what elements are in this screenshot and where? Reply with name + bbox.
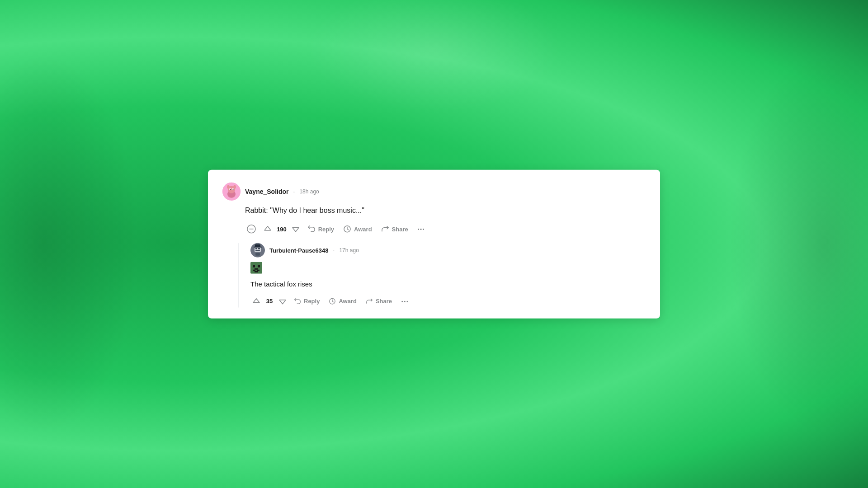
avatar [222,183,241,201]
reply-separator: · [333,247,335,254]
award-button[interactable]: Award [340,222,376,236]
reply-reply-button[interactable]: Reply [290,295,323,307]
reply-vote-section: 35 [250,295,288,307]
comment-timestamp: 18h ago [299,188,319,195]
thread-line [238,243,239,308]
separator: · [293,188,295,195]
svg-rect-21 [253,265,255,267]
downvote-icon [291,225,300,234]
svg-rect-24 [253,270,255,271]
reply-action-bar: 35 Reply [250,295,646,307]
share-button[interactable]: Share [377,222,412,236]
svg-rect-23 [255,268,258,270]
comment-text: Rabbit: "Why do I hear boss music..." [245,205,646,216]
reply-more-options-button[interactable]: ··· [397,295,412,307]
share-icon [381,225,389,233]
svg-point-7 [230,189,231,190]
reply-award-button[interactable]: Award [325,295,360,307]
svg-point-8 [233,189,234,190]
vote-section: 190 [261,223,302,235]
svg-rect-16 [255,250,260,251]
svg-rect-25 [257,270,259,271]
svg-point-4 [233,185,236,189]
reply-thread: Turbulent-Pause6348 · 17h ago [222,243,646,308]
reply-emoji-container [250,262,646,276]
award-icon [343,225,351,233]
svg-rect-22 [258,265,260,267]
comment-action-bar: 190 Reply [245,222,646,236]
upvote-icon [263,225,272,234]
creeper-emoji [250,262,262,274]
svg-rect-15 [258,248,260,249]
upvote-button[interactable] [261,223,274,235]
reply-author[interactable]: Turbulent-Pause6348 [269,247,329,253]
downvote-button[interactable] [289,223,302,235]
reply-header: Turbulent-Pause6348 · 17h ago [250,243,646,258]
svg-rect-17 [255,253,260,256]
comment-body: Rabbit: "Why do I hear boss music..." [245,205,646,236]
reply-upvote-button[interactable] [250,295,262,307]
vote-count: 190 [277,225,287,232]
thread-line-wrapper [222,243,245,308]
svg-rect-14 [255,248,257,249]
top-comment: Vayne_Solidor · 18h ago Rabbit: "Why do … [222,183,646,236]
comment-card: Vayne_Solidor · 18h ago Rabbit: "Why do … [208,170,660,319]
reply-share-button[interactable]: Share [362,295,396,307]
reply-avatar-svg [250,243,265,258]
reply-content: Turbulent-Pause6348 · 17h ago [245,243,646,308]
svg-point-3 [227,185,230,189]
reply-downvote-button[interactable] [277,295,288,307]
reply-button[interactable]: Reply [304,222,338,236]
svg-rect-19 [255,244,260,247]
collapse-icon [247,225,256,234]
reply-vote-count: 35 [265,298,274,305]
reply-award-icon [329,297,336,305]
avatar-svg [222,183,241,201]
reply-downvote-icon [278,297,287,305]
reply-avatar [250,243,265,258]
reply-timestamp: 17h ago [339,247,359,253]
svg-rect-26 [255,271,258,272]
comment-author[interactable]: Vayne_Solidor [245,188,288,195]
more-options-button[interactable]: ··· [414,223,429,235]
comment-header: Vayne_Solidor · 18h ago [222,183,646,201]
reply-upvote-icon [252,297,260,305]
card-container: Vayne_Solidor · 18h ago Rabbit: "Why do … [208,170,660,319]
reply-reply-icon [294,297,301,305]
reply-icon [307,225,316,233]
reply-text: The tactical fox rises [250,279,646,290]
reply-share-icon [366,297,373,305]
collapse-button[interactable] [245,223,258,235]
